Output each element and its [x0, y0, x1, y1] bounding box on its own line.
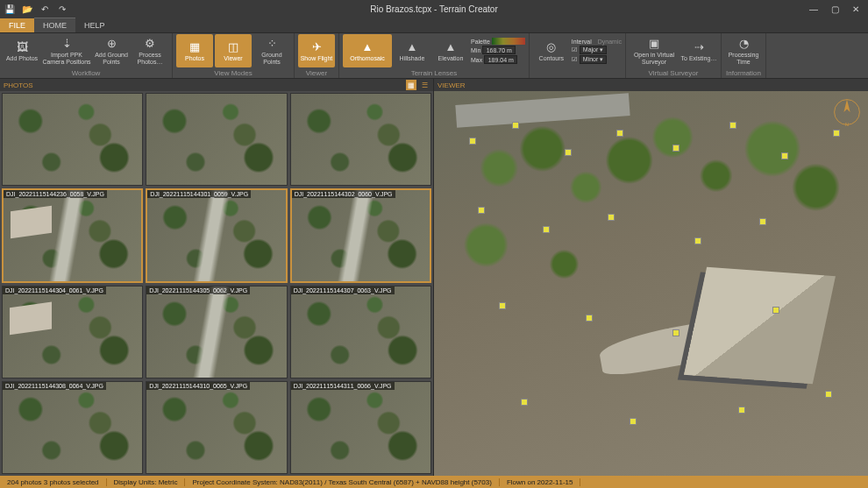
- minor-check[interactable]: ☑: [572, 56, 577, 63]
- status-bar: 204 photos 3 photos selected Display Uni…: [0, 476, 868, 488]
- photo-image: [3, 94, 142, 185]
- camera-marker[interactable]: [469, 138, 476, 145]
- photo-thumb[interactable]: DJI_20221115144311_0066_V.JPG: [290, 381, 431, 474]
- window-controls: — ▢ ✕: [805, 3, 864, 15]
- camera-marker[interactable]: [781, 152, 788, 159]
- list-view-icon[interactable]: ☰: [419, 80, 430, 90]
- process-photos-button[interactable]: ⚙Process Photos…: [132, 34, 168, 67]
- camera-marker[interactable]: [616, 130, 623, 137]
- camera-marker[interactable]: [825, 391, 832, 398]
- tab-file[interactable]: FILE: [0, 18, 34, 32]
- major-dropdown[interactable]: Major ▾: [580, 46, 608, 54]
- elevation-icon: ▲: [444, 40, 458, 54]
- photo-thumb[interactable]: DJI_20221115144304_0061_V.JPG: [2, 286, 143, 378]
- add-ground-points-button[interactable]: ⊕Add Ground Points: [93, 34, 130, 67]
- status-units[interactable]: Display Units: Metric: [107, 478, 186, 486]
- maximize-icon[interactable]: ▢: [826, 3, 843, 15]
- photo-thumb[interactable]: [146, 93, 287, 186]
- viewer-panel-header: VIEWER: [434, 79, 868, 91]
- photo-thumb[interactable]: DJI_20221115144302_0060_V.JPG: [290, 188, 431, 283]
- add-photos-button[interactable]: 🖼Add Photos: [4, 34, 40, 67]
- tab-help[interactable]: HELP: [75, 18, 114, 32]
- group-virtual-surveyor: ▣Open in Virtual Surveyor ⇢To Existing… …: [626, 33, 722, 78]
- photo-thumb[interactable]: DJI_20221115144307_0063_V.JPG: [290, 286, 431, 378]
- major-check[interactable]: ☑: [572, 46, 577, 53]
- photo-grid[interactable]: DJI_20221115144236_0058_V.JPGDJI_2022111…: [0, 91, 433, 476]
- camera-marker[interactable]: [478, 207, 485, 214]
- group-workflow-label: Workflow: [4, 68, 168, 78]
- redo-icon[interactable]: ↷: [56, 3, 68, 15]
- hillshade-button[interactable]: ▲Hillshade: [394, 34, 430, 67]
- camera-marker[interactable]: [565, 149, 572, 156]
- photo-image: [3, 382, 142, 473]
- photo-thumb[interactable]: DJI_20221115144308_0064_V.JPG: [2, 381, 143, 474]
- undo-icon[interactable]: ↶: [39, 3, 51, 15]
- viewer-mode-button[interactable]: ◫Viewer: [215, 34, 252, 67]
- processing-time-button[interactable]: ◔Processing Time: [725, 34, 762, 67]
- camera-marker[interactable]: [630, 418, 637, 425]
- camera-marker[interactable]: [608, 214, 615, 221]
- camera-marker[interactable]: [512, 122, 519, 129]
- orthomosaic-button[interactable]: ▲Orthomosaic: [343, 34, 392, 67]
- photo-thumb[interactable]: DJI_20221115144236_0058_V.JPG: [2, 188, 143, 283]
- compass-widget[interactable]: N: [831, 96, 863, 128]
- group-info-label: Information: [725, 68, 762, 78]
- viewer-panel: VIEWER N: [434, 79, 868, 476]
- group-terrain-lenses: ▲Orthomosaic ▲Hillshade ▲Elevation Palet…: [339, 33, 530, 78]
- minimize-icon[interactable]: —: [805, 3, 822, 15]
- camera-marker[interactable]: [543, 226, 550, 233]
- photo-image: [4, 190, 141, 281]
- photos-plus-icon: 🖼: [15, 40, 29, 54]
- to-existing-button[interactable]: ⇢To Existing…: [680, 34, 717, 67]
- svg-marker-1: [843, 100, 850, 112]
- elevation-button[interactable]: ▲Elevation: [432, 34, 469, 67]
- save-icon[interactable]: 💾: [4, 3, 16, 15]
- palette-label: Palette: [471, 39, 490, 45]
- camera-marker[interactable]: [729, 122, 736, 129]
- import-ppk-button[interactable]: ⇣Import PPK Camera Positions: [42, 34, 91, 67]
- photo-thumb[interactable]: DJI_20221115144305_0062_V.JPG: [146, 286, 287, 378]
- viewer-3d[interactable]: N: [434, 91, 868, 476]
- open-icon[interactable]: 📂: [21, 3, 33, 15]
- photos-mode-button[interactable]: ▦Photos: [176, 34, 213, 67]
- camera-marker[interactable]: [586, 315, 593, 322]
- export-icon: ⇢: [692, 40, 706, 54]
- svg-text:N: N: [845, 122, 849, 127]
- open-virtual-surveyor-button[interactable]: ▣Open in Virtual Surveyor: [630, 34, 679, 67]
- palette-gradient[interactable]: [492, 38, 525, 45]
- tab-home[interactable]: HOME: [34, 18, 75, 32]
- camera-marker[interactable]: [694, 237, 701, 244]
- contours-button[interactable]: ◎Contours: [533, 34, 570, 67]
- photo-thumb[interactable]: [2, 93, 143, 186]
- camera-marker[interactable]: [738, 407, 745, 414]
- photo-thumb[interactable]: DJI_20221115144301_0059_V.JPG: [146, 188, 287, 283]
- camera-marker[interactable]: [772, 307, 779, 314]
- close-icon[interactable]: ✕: [847, 3, 864, 15]
- photos-panel-header: PHOTOS ▦ ☰: [0, 79, 433, 91]
- camera-marker[interactable]: [759, 218, 766, 225]
- photo-thumb[interactable]: [290, 93, 431, 186]
- ribbon-tabs: FILE HOME HELP: [0, 18, 868, 33]
- grid-view-icon[interactable]: ▦: [406, 80, 416, 90]
- status-photo-count: 204 photos 3 photos selected: [0, 478, 107, 486]
- max-value-input[interactable]: 189.04 m: [484, 55, 517, 64]
- minor-dropdown[interactable]: Minor ▾: [580, 55, 608, 64]
- group-viewer: ✈Show Flight Viewer: [295, 33, 339, 78]
- photo-caption: DJI_20221115144311_0066_V.JPG: [291, 382, 395, 390]
- camera-marker[interactable]: [499, 302, 506, 309]
- photo-image: [146, 94, 286, 185]
- photo-thumb[interactable]: DJI_20221115144310_0065_V.JPG: [146, 381, 287, 474]
- ground-points-mode-button[interactable]: ⁘Ground Points: [253, 34, 290, 67]
- camera-marker[interactable]: [672, 145, 679, 152]
- import-icon: ⇣: [60, 37, 74, 51]
- camera-marker[interactable]: [833, 130, 840, 137]
- viewer-panel-title: VIEWER: [438, 81, 466, 89]
- show-flight-button[interactable]: ✈Show Flight: [298, 34, 335, 67]
- photos-panel-title: PHOTOS: [4, 81, 33, 89]
- min-value-input[interactable]: 168.70 m: [482, 46, 516, 54]
- photo-caption: DJI_20221115144302_0060_V.JPG: [292, 190, 395, 198]
- status-crs[interactable]: Project Coordinate System: NAD83(2011) /…: [185, 478, 499, 486]
- group-information: ◔Processing Time Information: [722, 33, 766, 78]
- camera-marker[interactable]: [672, 329, 679, 336]
- camera-marker[interactable]: [521, 399, 528, 406]
